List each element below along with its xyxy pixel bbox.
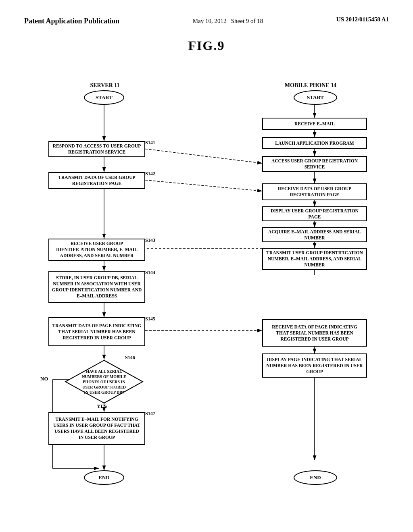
s144-box: STORE, IN USER GROUP DB, SERIAL NUMBER I… [48,271,145,303]
s142-step-label: S142 [145,171,155,177]
s141-box: RESPOND TO ACCESS TO USER GROUP REGISTRA… [48,141,145,157]
publication-title: Patent Application Publication [24,17,119,25]
s143-box: RECEIVE USER GROUP IDENTIFICATION NUMBER… [48,239,145,261]
no-label: NO [40,376,48,382]
s341-box: RECEIVE E–MAIL [262,118,367,130]
server-start-oval: START [84,90,124,105]
s146-text: HAVE ALL SERIAL NUMBERS OF MOBILE PHONES… [81,369,127,395]
header: Patent Application Publication May 10, 2… [24,16,389,26]
s344-box: RECEIVE DATA OF USER GROUP REGISTRATION … [262,183,367,200]
mobile-end-oval: END [294,470,337,485]
header-right: US 2012/0115458 A1 [336,16,389,23]
s347-box: TRANSMIT USER GROUP IDENTIFICATION NUMBE… [262,248,367,270]
server-end-oval: END [84,470,124,485]
s147-step-label: S147 [145,411,155,417]
page: Patent Application Publication May 10, 2… [0,0,413,532]
s141-step-label: S141 [145,140,155,146]
s142-box: TRANSMIT DATA OF USER GROUP REGISTRATION… [48,172,145,189]
patent-number: US 2012/0115458 A1 [336,16,389,23]
header-left: Patent Application Publication [24,16,119,26]
server-column-label: SERVER 11 [65,82,145,89]
mobile-column-label: MOBILE PHONE 14 [254,82,367,89]
s144-step-label: S144 [145,270,155,276]
svg-line-23 [137,179,262,191]
s345-box: DISPLAY USER GROUP REGISTRATION PAGE [262,206,367,221]
diagram-area: SERVER 11 MOBILE PHONE 14 START START S3… [24,65,389,501]
s349-box: DISPLAY PAGE INDICATING THAT SERIAL NUMB… [262,353,367,378]
s147-box: TRANSMIT E–MAIL FOR NOTIFYING USERS IN U… [48,412,145,445]
s346-box: ACQUIRE E–MAIL ADDRESS AND SERIAL NUMBER [262,227,367,242]
svg-line-22 [137,148,262,163]
mobile-start-oval: START [294,90,337,105]
header-center: May 10, 2012 Sheet 9 of 18 [193,16,263,26]
s343-box: ACCESS USER GROUP REGISTRATION SERVICE [262,156,367,172]
date: May 10, 2012 [193,18,227,24]
s145-step-label: S145 [145,316,155,322]
sheet-info: Sheet 9 of 18 [231,18,263,24]
fig-title: FIG.9 [24,38,389,53]
s342-box: LAUNCH APPLICATION PROGRAM [262,137,367,149]
yes-label: YES [97,403,107,409]
s146-diamond: HAVE ALL SERIAL NUMBERS OF MOBILE PHONES… [65,360,144,404]
s145-box: TRANSMIT DATA OF PAGE INDICATING THAT SE… [48,317,145,346]
s143-step-label: S143 [145,237,155,243]
s348-box: RECEIVE DATA OF PAGE INDICATING THAT SER… [262,319,367,347]
